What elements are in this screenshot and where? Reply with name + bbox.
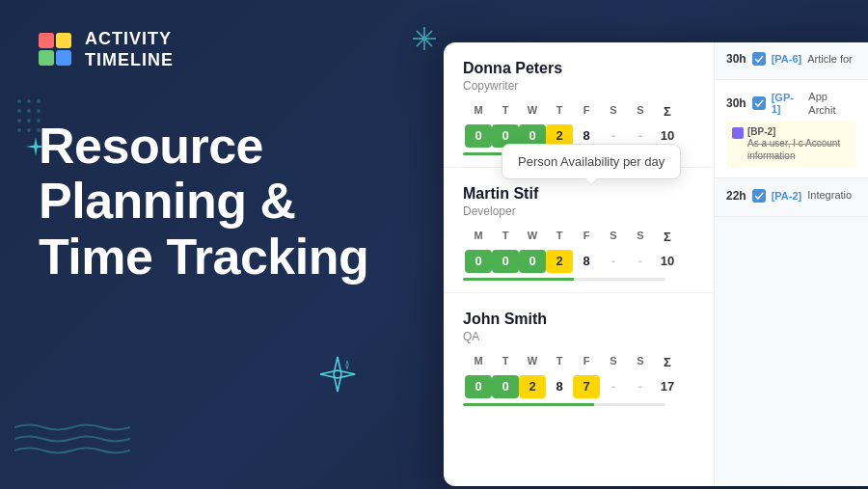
day-label-t1: T — [492, 104, 519, 119]
svg-rect-16 — [39, 33, 54, 48]
task-hours-1: 30h — [726, 52, 746, 66]
task-title-2: App Archit — [808, 90, 856, 118]
task-item-2: 30h [GP-1] App Archit [BP-2] As a user, … — [715, 80, 868, 179]
user-role-john: QA — [463, 330, 694, 343]
day-val-m: 0 — [465, 124, 492, 148]
user-name-john: John Smith — [463, 311, 694, 328]
task-item-3: 22h [PA-2] Integratio — [715, 178, 868, 216]
task-header-1: 30h [PA-6] Article for — [726, 52, 856, 66]
tasks-sidebar: 30h [PA-6] Article for 30h [GP-1] App Ar — [714, 42, 868, 486]
task-checkbox-1[interactable] — [752, 52, 766, 66]
day-label-s2: S — [627, 104, 654, 119]
task-header-2: 30h [GP-1] App Archit — [726, 90, 856, 118]
days-values-martin: 0 0 0 2 8 - - 10 — [463, 250, 694, 273]
svg-rect-17 — [56, 33, 71, 48]
task-title-3: Integratio — [807, 188, 852, 202]
day-label-f: F — [573, 104, 600, 119]
user-name-donna: Donna Peters — [463, 60, 694, 77]
task-id-1: [PA-6] — [772, 53, 802, 65]
task-hours-2: 30h — [726, 96, 746, 110]
task-title-1: Article for — [807, 52, 852, 66]
sub-task-icon — [732, 127, 744, 139]
days-header-donna: M T W T F S S Σ — [463, 104, 694, 119]
task-hours-3: 22h — [726, 189, 746, 203]
user-role-martin: Developer — [463, 204, 694, 218]
sub-task-item: [BP-2] As a user, I c Account informatio… — [726, 121, 856, 168]
task-item-1: 30h [PA-6] Article for — [715, 42, 868, 80]
days-values-john: 0 0 2 8 7 - - 17 — [463, 375, 694, 398]
day-label-m: M — [465, 104, 492, 119]
sub-task-text: [BP-2] As a user, I c Account informatio… — [747, 126, 851, 162]
days-header-martin: M T W T F S S Σ — [463, 230, 694, 244]
logo-icon — [39, 33, 73, 68]
user-row-donna: Donna Peters Copywriter M T W T F S S Σ … — [444, 42, 714, 168]
availability-tooltip: Person Availability per day — [502, 144, 681, 179]
user-role-donna: Copywriter — [463, 79, 694, 93]
timeline-card: Donna Peters Copywriter M T W T F S S Σ … — [444, 42, 868, 486]
logo-title: ACTIVITY TIMELINE — [85, 29, 174, 70]
progress-bar-john — [463, 403, 665, 406]
task-id-2: [GP-1] — [772, 92, 803, 115]
progress-bar-martin — [463, 278, 665, 281]
day-label-w: W — [519, 104, 546, 119]
user-name-martin: Martin Stif — [463, 185, 694, 203]
days-header-john: M T W T F S S Σ — [463, 355, 694, 369]
task-checkbox-3[interactable] — [752, 189, 766, 203]
sigma-label: Σ — [654, 104, 681, 119]
ui-mockup: Donna Peters Copywriter M T W T F S S Σ … — [405, 0, 868, 489]
svg-rect-19 — [56, 50, 71, 66]
day-label-s1: S — [600, 104, 627, 119]
task-header-3: 22h [PA-2] Integratio — [726, 188, 856, 202]
day-label-t2: T — [546, 104, 573, 119]
task-checkbox-2[interactable] — [752, 96, 766, 110]
logo-area: ACTIVITY TIMELINE — [39, 29, 405, 70]
main-content-area: Donna Peters Copywriter M T W T F S S Σ … — [444, 42, 714, 486]
user-row-john: John Smith QA M T W T F S S Σ 0 0 2 8 — [444, 293, 714, 418]
svg-rect-18 — [39, 50, 54, 66]
task-id-3: [PA-2] — [772, 190, 802, 202]
user-row-martin: Martin Stif Developer M T W T F S S Σ 0 … — [444, 168, 714, 293]
sigma-val-donna: 10 — [654, 128, 681, 143]
hero-heading: Resource Planning & Time Tracking — [39, 119, 405, 285]
